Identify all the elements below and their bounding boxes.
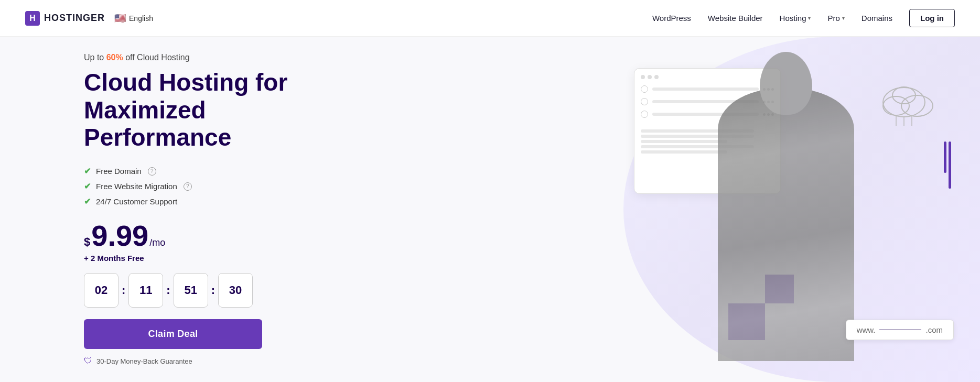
flag-icon: 🇺🇸 — [114, 13, 126, 24]
person-head — [760, 52, 812, 115]
shield-icon: 🛡 — [84, 356, 92, 366]
navbar: H HOSTINGER 🇺🇸 English WordPress Website… — [0, 0, 980, 37]
accent-bar-tall — [949, 141, 951, 189]
feature-free-domain: ✔ Free Domain ? — [84, 166, 357, 176]
promo-text: Up to 60% off Cloud Hosting — [84, 53, 357, 62]
help-icon[interactable]: ? — [148, 167, 156, 176]
guarantee-text: 🛡 30-Day Money-Back Guarantee — [84, 356, 357, 366]
countdown-timer: 02 : 11 : 51 : 30 — [84, 273, 357, 308]
cloud-illustration — [875, 79, 949, 128]
months-free-text: + 2 Months Free — [84, 254, 357, 263]
claim-deal-button[interactable]: Claim Deal — [84, 319, 262, 349]
nav-pro[interactable]: Pro ▾ — [827, 14, 844, 23]
accent-bars — [944, 141, 951, 189]
time-separator: : — [210, 283, 216, 297]
language-selector[interactable]: 🇺🇸 English — [114, 13, 153, 24]
browser-circle — [641, 111, 648, 118]
check-icon: ✔ — [84, 166, 91, 176]
time-separator: : — [165, 283, 171, 297]
countdown-hours: 02 — [84, 273, 119, 308]
nav-right: WordPress Website Builder Hosting ▾ Pro … — [652, 9, 955, 27]
svg-point-0 — [883, 88, 925, 117]
chevron-down-icon: ▾ — [842, 15, 845, 21]
nav-wordpress[interactable]: WordPress — [652, 14, 691, 23]
check-icon: ✔ — [84, 181, 91, 191]
domain-com: .com — [925, 325, 943, 334]
browser-dot — [648, 75, 652, 79]
browser-circle — [641, 98, 648, 105]
features-list: ✔ Free Domain ? ✔ Free Website Migration… — [84, 166, 357, 206]
nav-domains[interactable]: Domains — [861, 14, 892, 23]
price-block: $ 9.99 /mo — [84, 221, 357, 250]
feature-free-migration: ✔ Free Website Migration ? — [84, 181, 357, 191]
price-dollar: $ — [84, 235, 90, 249]
person-figure — [718, 89, 854, 361]
countdown-minutes: 11 — [128, 273, 163, 308]
time-separator: : — [121, 283, 126, 297]
browser-circle — [641, 85, 648, 93]
price-unit: /mo — [149, 237, 165, 248]
browser-line — [641, 140, 727, 143]
logo-icon: H — [25, 11, 40, 26]
hero-illustration: www. .com — [571, 37, 980, 382]
nav-left: H HOSTINGER 🇺🇸 English — [25, 11, 153, 26]
hero-content: Up to 60% off Cloud Hosting Cloud Hostin… — [84, 53, 357, 366]
domain-line — [879, 330, 921, 331]
feature-support: ✔ 24/7 Customer Support — [84, 197, 357, 206]
nav-hosting[interactable]: Hosting ▾ — [780, 14, 811, 23]
login-button[interactable]: Log in — [909, 9, 955, 27]
promo-percent: 60% — [106, 53, 123, 62]
help-icon[interactable]: ? — [184, 182, 192, 191]
accent-bar — [944, 141, 946, 173]
hero-section: Up to 60% off Cloud Hosting Cloud Hostin… — [0, 37, 980, 382]
logo[interactable]: H HOSTINGER — [25, 11, 105, 26]
lang-label: English — [129, 14, 153, 23]
price-amount: 9.99 — [91, 221, 148, 250]
domain-www: www. — [857, 325, 876, 334]
chevron-down-icon: ▾ — [808, 15, 811, 21]
logo-text: HOSTINGER — [44, 13, 105, 24]
check-icon: ✔ — [84, 197, 91, 206]
countdown-seconds: 51 — [174, 273, 208, 308]
person-figure-area — [718, 58, 875, 361]
browser-line — [641, 150, 727, 154]
hero-title: Cloud Hosting for Maximized Performance — [84, 69, 357, 152]
nav-website-builder[interactable]: Website Builder — [708, 14, 763, 23]
domain-bar: www. .com — [846, 320, 954, 340]
countdown-millis: 30 — [218, 273, 253, 308]
browser-dot — [654, 75, 659, 79]
browser-dot — [641, 75, 645, 79]
